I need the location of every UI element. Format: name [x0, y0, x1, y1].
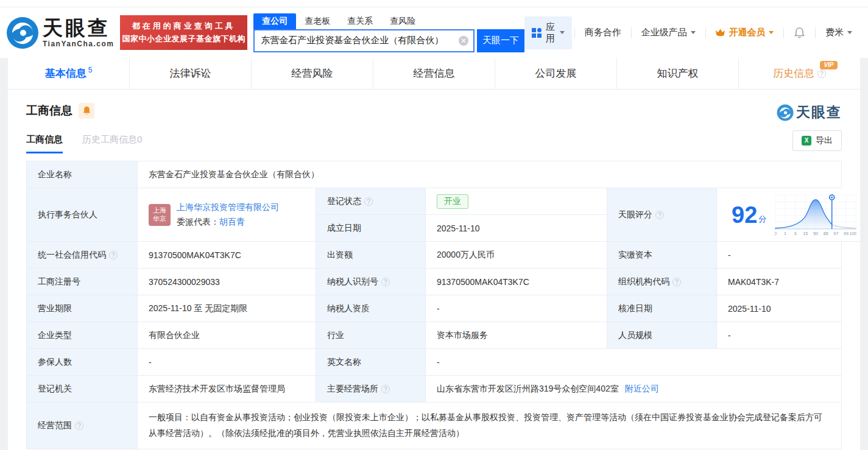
export-button[interactable]: X 导出	[792, 130, 842, 151]
subtab-history-business-info[interactable]: 历史工商信息0	[82, 134, 142, 153]
value-registration-authority: 东营经济技术开发区市场监督管理局	[138, 376, 316, 403]
rep-label: 委派代表：	[177, 217, 219, 227]
subtab-label: 历史工商信息	[82, 134, 137, 144]
tab-label: 法律诉讼	[170, 66, 211, 80]
help-icon[interactable]: ?	[381, 278, 390, 286]
search-tab-boss[interactable]: 查老板	[296, 13, 339, 29]
table-row: 经营范围? 一般项目：以自有资金从事投资活动；创业投资（限投资未上市企业）；以私…	[27, 403, 842, 449]
value-tianyan-score: 92 分	[717, 188, 863, 242]
table-row: 执行事务合伙人 上海 华京 上海华京投资管理有限公司 委派代表：胡百青 登记状态…	[27, 188, 842, 242]
label-registration-status: 登记状态?	[316, 188, 426, 215]
help-icon[interactable]: ?	[381, 385, 390, 393]
nav-open-vip[interactable]: 开通会员	[708, 27, 781, 38]
detail-tabs: 基本信息5 法律诉讼 经营风险 经营信息 公司发展 知识产权 VIP 历史信息 …	[8, 58, 860, 90]
tianyancha-logo-icon	[6, 16, 39, 49]
value-establish-date: 2025-11-10	[426, 215, 607, 242]
value-org-code: MAK04T3K-7	[717, 269, 842, 295]
label-company-name: 企业名称	[27, 161, 138, 188]
help-icon[interactable]: ?	[75, 421, 83, 430]
excel-icon: X	[802, 136, 811, 146]
value-taxpayer-qualification: -	[426, 295, 607, 322]
tianyancha-logo[interactable]: 天眼查 TianYanCha.com	[6, 16, 114, 49]
monitor-bell-icon[interactable]	[79, 103, 94, 119]
value-main-business-site: 山东省东营市开发区沂州路319号众创空间402室 附近公司	[426, 376, 842, 403]
clear-search-icon[interactable]: ✕	[459, 36, 468, 46]
search-tab-risk[interactable]: 查风险	[381, 13, 424, 29]
label-credit-code: 统一社会信用代码?	[27, 242, 138, 269]
chevron-down-icon	[769, 31, 774, 34]
nav-enterprise-products[interactable]: 企业级产品	[634, 27, 703, 38]
svg-text:50: 50	[813, 231, 818, 236]
delegate-rep: 委派代表：胡百青	[177, 215, 279, 230]
logo-brand: 天眼查	[43, 18, 114, 38]
partner-avatar[interactable]: 上海 华京	[149, 204, 171, 226]
divider	[631, 27, 632, 38]
search-input[interactable]	[253, 29, 475, 52]
partner-company-link[interactable]: 上海华京投资管理有限公司	[177, 200, 279, 215]
value-business-scope: 一般项目：以自有资金从事投资活动；创业投资（限投资未上市企业）；以私募基金从事股…	[138, 403, 842, 449]
help-icon[interactable]: ?	[655, 211, 664, 219]
export-label: 导出	[816, 135, 833, 146]
tab-company-development[interactable]: 公司发展	[495, 58, 616, 89]
value-registration-status: 开业	[426, 188, 607, 215]
value-company-type: 有限合伙企业	[138, 322, 316, 349]
nav-business-cooperation[interactable]: 商务合作	[577, 27, 629, 38]
search-block: 查公司 查老板 查关系 查风险 ✕ 天眼一下	[253, 13, 524, 52]
help-icon[interactable]: ?	[364, 197, 373, 206]
label-english-name: 英文名称	[316, 349, 426, 376]
search-button[interactable]: 天眼一下	[477, 29, 524, 52]
tab-legal-proceedings[interactable]: 法律诉讼	[129, 58, 251, 89]
score-distribution-chart: 0 1 3 15 50 85 97 99 100	[775, 194, 856, 236]
help-icon[interactable]: ?	[817, 69, 826, 78]
divider	[815, 27, 816, 38]
label-approval-date: 核准日期	[607, 295, 717, 322]
tab-operating-risk[interactable]: 经营风险	[251, 58, 373, 89]
svg-text:99: 99	[844, 231, 849, 236]
tab-intellectual-property[interactable]: 知识产权	[616, 58, 738, 89]
banner-line1: 都在用的商业查询工具	[132, 20, 236, 33]
search-tab-company[interactable]: 查公司	[253, 13, 296, 29]
nav-cooperation-label: 商务合作	[585, 27, 621, 38]
svg-text:15: 15	[803, 231, 808, 236]
label-insured-count: 参保人数	[27, 349, 138, 376]
apps-label: 应用	[546, 21, 556, 44]
table-row: 统一社会信用代码? 91370500MAK04T3K7C 出资额 20000万人…	[27, 242, 842, 269]
tab-operating-info[interactable]: 经营信息	[373, 58, 495, 89]
field-label: 主要经营场所	[327, 384, 378, 395]
value-registration-number: 370524300029033	[138, 269, 316, 295]
tab-history-info[interactable]: VIP 历史信息 ?	[738, 58, 860, 89]
rep-name-link[interactable]: 胡百青	[219, 217, 245, 227]
field-label: 经营范围	[38, 420, 72, 431]
banner-line2: 国家中小企业发展子基金旗下机构	[122, 33, 246, 46]
divider	[783, 27, 784, 38]
tab-basic-info[interactable]: 基本信息5	[8, 58, 129, 89]
chevron-down-icon	[691, 31, 696, 34]
help-icon[interactable]: ?	[672, 278, 681, 286]
field-label: 组织机构代码	[618, 276, 669, 287]
avatar-line2: 华京	[153, 215, 166, 223]
value-paid-capital: -	[717, 242, 842, 269]
site-header: 天眼查 TianYanCha.com 都在用的商业查询工具 国家中小企业发展子基…	[0, 7, 868, 58]
search-tab-relation[interactable]: 查关系	[339, 13, 381, 29]
promo-banner: 都在用的商业查询工具 国家中小企业发展子基金旗下机构	[120, 15, 247, 50]
tab-label: 基本信息	[45, 66, 86, 80]
field-label: 登记状态	[327, 196, 361, 207]
label-taxpayer-id: 纳税人识别号?	[316, 269, 426, 295]
nearby-companies-link[interactable]: 附近公司	[625, 384, 659, 395]
label-executive-partner: 执行事务合伙人	[27, 188, 138, 242]
help-icon[interactable]: ?	[109, 251, 118, 259]
notification-bell-icon[interactable]	[786, 27, 813, 39]
label-main-business-site: 主要经营场所?	[316, 376, 426, 403]
address-text: 山东省东营市开发区沂州路319号众创空间402室	[437, 384, 619, 395]
tab-count: 5	[88, 66, 93, 74]
nav-enterprise-label: 企业级产品	[641, 27, 687, 38]
divider	[705, 27, 706, 38]
apps-menu[interactable]: 应用	[524, 16, 572, 49]
tab-label: 经营风险	[292, 66, 333, 80]
value-industry: 资本市场服务	[426, 322, 607, 349]
user-menu[interactable]: 费米	[818, 27, 859, 38]
svg-text:100: 100	[850, 231, 856, 236]
subtab-business-info[interactable]: 工商信息	[26, 134, 63, 153]
field-label: 天眼评分	[618, 209, 652, 220]
label-paid-capital: 实缴资本	[607, 242, 717, 269]
